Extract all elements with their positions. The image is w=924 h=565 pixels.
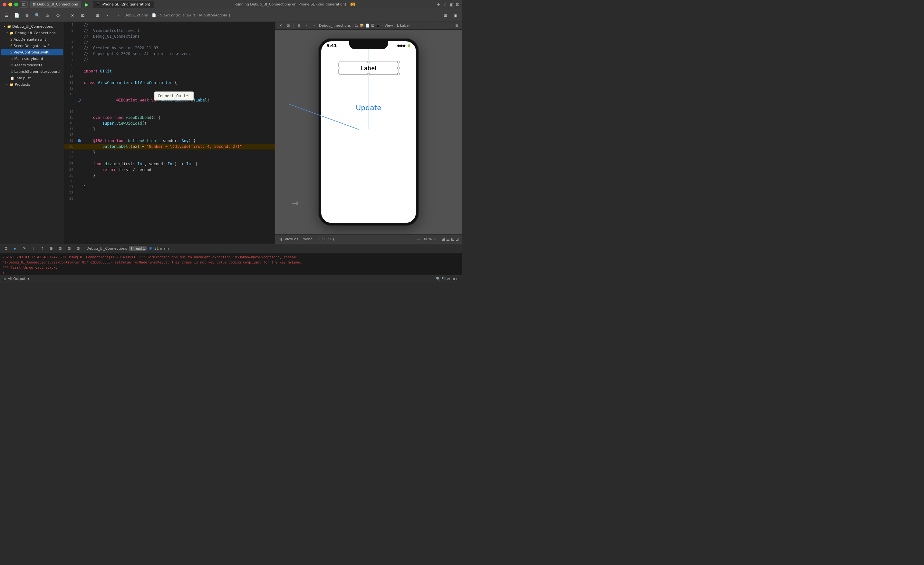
storyboard-expand-btn[interactable]: ⊡ bbox=[285, 23, 292, 28]
add-button[interactable]: + bbox=[436, 1, 440, 7]
debug-location-btn[interactable]: ⊡ bbox=[66, 246, 73, 252]
debug-view-toggle[interactable]: ⊞ bbox=[452, 277, 455, 281]
back-btn[interactable]: ‹ bbox=[104, 12, 111, 19]
sb-breadcrumb-6[interactable]: 📱 bbox=[376, 24, 381, 28]
debug-filter-btn-left[interactable]: ⊞ bbox=[3, 277, 6, 281]
debug-dropdown-icon[interactable]: ▾ bbox=[27, 277, 29, 280]
debug-share-btn[interactable]: ⊡ bbox=[57, 246, 64, 252]
warning-btn[interactable]: ⚠ bbox=[44, 12, 51, 19]
breadcrumb-item-3[interactable]: ViewController.swift bbox=[160, 13, 195, 17]
assets-icon: ⊡ bbox=[10, 63, 13, 67]
forward-btn[interactable]: › bbox=[114, 12, 122, 19]
editor-content[interactable]: 1 // 2 // ViewController.swift 3 // Debu… bbox=[64, 22, 275, 244]
handle-ml[interactable] bbox=[338, 67, 340, 69]
fullscreen-button[interactable] bbox=[14, 3, 18, 6]
scheme-tab[interactable]: ⊡ Debug_UI_Connections bbox=[30, 1, 81, 8]
products-disclosure[interactable]: ▸ bbox=[6, 83, 8, 86]
sidebar-item-appdelegate[interactable]: S AppDelegate.swift bbox=[1, 36, 63, 42]
sb-breadcrumb-5[interactable]: 🖼 bbox=[371, 24, 375, 28]
storyboard-close-btn[interactable]: ✕ bbox=[278, 23, 284, 28]
code-line-15: 15 override func viewDidLoad() { bbox=[64, 115, 275, 120]
layout-single[interactable]: ▣ bbox=[452, 12, 459, 19]
list-view-btn[interactable]: ☰ bbox=[446, 237, 450, 241]
close-button[interactable] bbox=[3, 3, 6, 6]
sidebar-item-viewcontroller[interactable]: S ViewController.swift bbox=[1, 49, 63, 55]
sb-breadcrumb-3[interactable]: 📦 bbox=[360, 24, 364, 28]
handle-mr[interactable] bbox=[397, 67, 399, 69]
storyboard-view-btns[interactable]: ⊞ ☰ ⊡ ⊡ bbox=[442, 237, 459, 241]
expand-storyboard-btn[interactable]: ⊡ bbox=[456, 237, 459, 241]
sidebar-item-infoplist[interactable]: 📋 Info.plist bbox=[1, 75, 63, 81]
label-widget[interactable]: Label bbox=[361, 65, 376, 72]
sidebar-toggle[interactable]: ☰ bbox=[3, 12, 10, 19]
sb-breadcrumb-1[interactable]: Debug_...nections bbox=[319, 24, 351, 28]
settings-btn[interactable]: ⊡ bbox=[451, 237, 454, 241]
add-btn[interactable]: ⊕ bbox=[23, 12, 31, 19]
expand-btn[interactable]: ⊠ bbox=[79, 12, 87, 19]
update-button[interactable]: Update bbox=[356, 104, 381, 112]
label-container[interactable]: Label bbox=[361, 65, 376, 72]
handle-tr[interactable] bbox=[397, 61, 399, 63]
disclosure-icon[interactable]: ▾ bbox=[4, 25, 5, 28]
storyboard-canvas[interactable]: 9:41 ●●● 🔋 bbox=[275, 30, 462, 234]
debug-filter-icon[interactable]: 🔍 bbox=[436, 277, 440, 281]
grid-view-btn[interactable]: ⊞ bbox=[442, 237, 445, 241]
sb-breadcrumb-2[interactable]: 🗂 bbox=[355, 24, 358, 28]
debug-step-into-btn[interactable]: ↓ bbox=[30, 246, 37, 252]
sidebar-item-products[interactable]: ▸ 📁 Products bbox=[1, 81, 63, 88]
debug-text-btn[interactable]: Filter bbox=[442, 277, 450, 281]
zoom-out-btn[interactable]: − bbox=[417, 237, 420, 241]
storyboard-inspector-btn[interactable]: ⊞ bbox=[454, 23, 460, 28]
sb-breadcrumb-4[interactable]: 📄 bbox=[365, 24, 370, 28]
code-line-21: 21 } bbox=[64, 150, 275, 155]
sidebar-item-root-group[interactable]: ▾ 📁 Debug_UI_Connections bbox=[1, 23, 63, 30]
breadcrumb-item-1[interactable]: Debu...ctions bbox=[124, 13, 148, 17]
traffic-lights[interactable] bbox=[3, 3, 18, 6]
disclosure-icon-2[interactable]: ▾ bbox=[6, 31, 8, 34]
debug-simulate-btn[interactable]: ⊡ bbox=[75, 246, 82, 252]
file-navigator: ▾ 📁 Debug_UI_Connections ▾ 📁 Debug_UI_Co… bbox=[0, 22, 64, 244]
prev-btn[interactable]: × bbox=[69, 12, 76, 19]
handle-tl[interactable] bbox=[338, 61, 340, 63]
storyboard-breadcrumb: Debug_...nections › 🗂 📦 📄 🖼 📱 › View › L… bbox=[319, 24, 452, 28]
storyboard-back-btn[interactable]: ‹ bbox=[303, 23, 310, 28]
debug-step-over-btn[interactable]: ↷ bbox=[21, 246, 28, 252]
layout-toggle[interactable]: ⇄ bbox=[443, 2, 447, 7]
debug-pause-btn[interactable]: ⊡ bbox=[3, 246, 10, 252]
sb-breadcrumb-view[interactable]: View bbox=[385, 24, 393, 28]
outlet-circle[interactable] bbox=[78, 99, 81, 102]
sb-breadcrumb-label[interactable]: L Label bbox=[397, 24, 410, 28]
handle-bl[interactable] bbox=[338, 73, 340, 75]
debug-continue-btn[interactable]: ▶ bbox=[12, 246, 19, 252]
sidebar-item-project[interactable]: ▾ 📁 Debug_UI_Connections bbox=[1, 30, 63, 36]
debug-settings-btn[interactable]: ⊡ bbox=[456, 277, 459, 281]
sidebar-item-assets[interactable]: ⊡ Assets.xcassets bbox=[1, 62, 63, 68]
layout-split[interactable]: ⊞ bbox=[441, 12, 449, 19]
debug-return-btn[interactable]: ⊞ bbox=[48, 246, 55, 252]
zoom-in-btn[interactable]: + bbox=[433, 237, 436, 241]
diamond-btn[interactable]: ◇ bbox=[54, 12, 62, 19]
ibaction-circle[interactable] bbox=[78, 139, 81, 142]
storyboard-forward-btn[interactable]: › bbox=[311, 23, 318, 28]
search-btn[interactable]: 🔍 bbox=[33, 12, 41, 19]
panel-toggle[interactable]: ⊡ bbox=[456, 2, 459, 7]
storyboard-layout-btn[interactable]: ⊞ bbox=[296, 23, 302, 28]
breadcrumb-item-2[interactable]: 📄 bbox=[152, 13, 156, 17]
grid-btn[interactable]: ⊞ bbox=[93, 12, 101, 19]
minimize-button[interactable] bbox=[8, 3, 12, 6]
sidebar-item-launchscreen[interactable]: ⊡ LaunchScreen.storyboard bbox=[1, 68, 63, 75]
handle-tm[interactable] bbox=[368, 61, 370, 63]
debug-step-out-btn[interactable]: ↑ bbox=[39, 246, 46, 252]
device-label: iPhone SE (2nd generation) bbox=[102, 2, 150, 6]
layout-options[interactable]: ▣ bbox=[449, 2, 453, 7]
handle-bm[interactable] bbox=[368, 73, 370, 75]
sidebar-item-scenedelegate[interactable]: S SceneDelegate.swift bbox=[1, 42, 63, 49]
sidebar-item-mainstoryboard[interactable]: ⊡ Main storyboard bbox=[1, 55, 63, 62]
handle-br[interactable] bbox=[397, 73, 399, 75]
zoom-controls[interactable]: − 100% + bbox=[417, 237, 436, 241]
breadcrumb-item-4[interactable]: M buttonAction(:) bbox=[199, 13, 230, 17]
new-file-btn[interactable]: 📄 bbox=[13, 12, 21, 19]
scheme-button[interactable]: ⊡ bbox=[20, 1, 28, 8]
device-tab[interactable]: 📱 iPhone SE (2nd generation) bbox=[93, 1, 154, 8]
play-button[interactable]: ▶ bbox=[83, 1, 91, 8]
